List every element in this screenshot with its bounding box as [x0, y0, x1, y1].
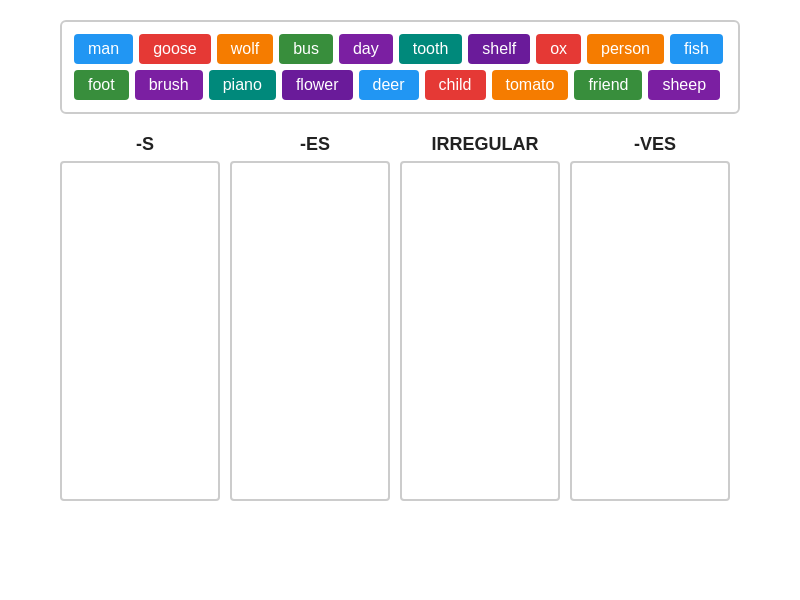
category-header-ves: -VES: [575, 134, 735, 155]
word-chip-deer[interactable]: deer: [359, 70, 419, 100]
word-chip-brush[interactable]: brush: [135, 70, 203, 100]
category-header-irregular: IRREGULAR: [405, 134, 565, 155]
word-chip-goose[interactable]: goose: [139, 34, 211, 64]
word-chip-sheep[interactable]: sheep: [648, 70, 720, 100]
word-chip-tomato[interactable]: tomato: [492, 70, 569, 100]
word-chip-flower[interactable]: flower: [282, 70, 353, 100]
word-chip-friend[interactable]: friend: [574, 70, 642, 100]
word-chip-person[interactable]: person: [587, 34, 664, 64]
word-chip-day[interactable]: day: [339, 34, 393, 64]
word-chip-tooth[interactable]: tooth: [399, 34, 463, 64]
word-chip-shelf[interactable]: shelf: [468, 34, 530, 64]
word-chip-wolf[interactable]: wolf: [217, 34, 273, 64]
word-chip-foot[interactable]: foot: [74, 70, 129, 100]
category-boxes: [60, 161, 740, 501]
word-chip-bus[interactable]: bus: [279, 34, 333, 64]
word-chip-ox[interactable]: ox: [536, 34, 581, 64]
word-chip-fish[interactable]: fish: [670, 34, 723, 64]
category-headers: -S-ESIRREGULAR-VES: [60, 134, 740, 155]
word-chip-piano[interactable]: piano: [209, 70, 276, 100]
category-header-s: -S: [65, 134, 225, 155]
category-header-es: -ES: [235, 134, 395, 155]
categories-section: -S-ESIRREGULAR-VES: [60, 134, 740, 501]
word-chip-child[interactable]: child: [425, 70, 486, 100]
category-box-es[interactable]: [230, 161, 390, 501]
category-box-ves[interactable]: [570, 161, 730, 501]
category-box-s[interactable]: [60, 161, 220, 501]
word-bank: mangoosewolfbusdaytoothshelfoxpersonfish…: [60, 20, 740, 114]
category-box-irregular[interactable]: [400, 161, 560, 501]
word-chip-man[interactable]: man: [74, 34, 133, 64]
